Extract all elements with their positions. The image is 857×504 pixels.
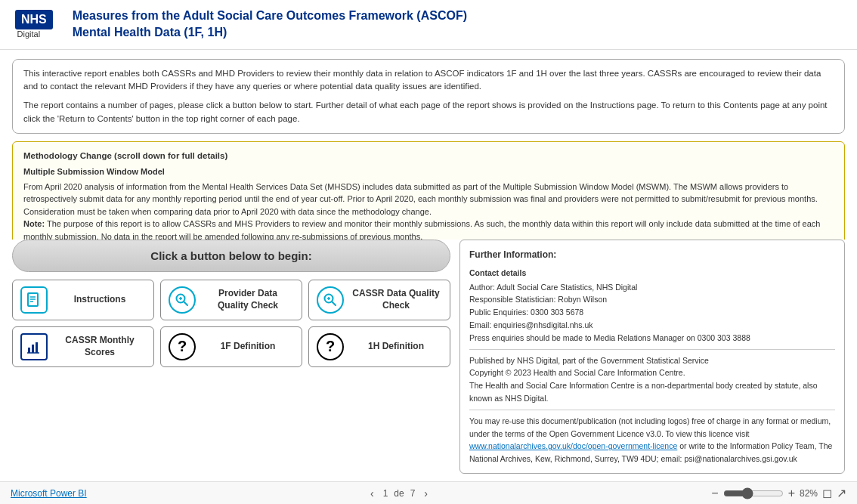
pagination-separator: de — [394, 488, 404, 499]
methodology-paragraph: From April 2020 analysis of information … — [23, 181, 834, 218]
cassr-dq-icon-wrapper — [317, 286, 344, 314]
nav-buttons-grid: Instructions Pro — [12, 280, 450, 367]
cassr-dq-label: CASSR Data Quality Check — [350, 288, 442, 311]
further-info-licence-url[interactable]: www.nationalarchives.gov.uk/doc/open-gov… — [469, 441, 677, 450]
further-info-box: Further Information: Contact details Aut… — [459, 240, 845, 474]
nav-btn-1f-definition[interactable]: ? 1F Definition — [160, 326, 302, 367]
note-text: The purpose of this report is to allow C… — [23, 219, 820, 240]
lower-section: Click a button below to begin: — [0, 240, 857, 481]
further-info-body-note: The Health and Social Care Information C… — [469, 379, 835, 405]
zoom-slider[interactable] — [723, 487, 784, 499]
intro-box: This interactive report enables both CAS… — [12, 59, 845, 134]
zoom-level: 82% — [800, 488, 818, 499]
further-info-divider — [469, 349, 835, 350]
provider-dq-icon — [169, 286, 196, 314]
top-bar: NHS Digital Measures from the Adult Soci… — [0, 0, 857, 50]
nhs-digital-label: Digital — [17, 29, 41, 39]
nav-btn-provider-dq[interactable]: Provider Data Quality Check — [160, 280, 302, 320]
further-info-reuse: You may re-use this document/publication… — [469, 415, 835, 465]
further-info-contact-title: Contact details — [469, 267, 835, 280]
1f-definition-icon-wrapper: ? — [169, 333, 196, 360]
zoom-out-button[interactable]: − — [711, 487, 718, 500]
zoom-controls: − + 82% ◻ ↗ — [711, 486, 846, 500]
main-content: This interactive report enables both CAS… — [0, 50, 857, 481]
zoom-in-button[interactable]: + — [788, 487, 795, 500]
instructions-label: Instructions — [54, 294, 146, 306]
further-info-copyright: Copyright © 2023 Health and Social Care … — [469, 366, 835, 379]
pagination-prev[interactable]: ‹ — [367, 487, 377, 499]
1f-definition-icon: ? — [169, 333, 196, 360]
svg-line-5 — [184, 301, 188, 305]
external-link-icon[interactable]: ↗ — [837, 486, 846, 500]
fullscreen-icon[interactable]: ◻ — [822, 486, 832, 500]
pagination-total: 7 — [410, 488, 416, 499]
instructions-icon — [20, 286, 48, 314]
svg-rect-12 — [28, 348, 30, 353]
svg-line-9 — [333, 301, 336, 305]
methodology-subtitle: Multiple Submission Window Model — [23, 165, 834, 178]
nav-btn-1h-definition[interactable]: ? 1H Definition — [308, 326, 450, 367]
cassr-dq-icon — [317, 286, 344, 314]
nhs-logo: NHS — [15, 10, 53, 29]
page-title: Measures from the Adult Social Care Outc… — [73, 8, 467, 42]
cassr-monthly-icon-wrapper — [20, 333, 48, 360]
1f-definition-label: 1F Definition — [202, 341, 294, 353]
svg-rect-13 — [32, 345, 34, 353]
svg-rect-14 — [36, 342, 38, 353]
further-info-divider-2 — [469, 410, 835, 410]
provider-dq-label: Provider Data Quality Check — [202, 288, 294, 311]
cassr-monthly-label: CASSR Monthly Scores — [54, 335, 146, 358]
nav-btn-instructions[interactable]: Instructions — [12, 280, 154, 320]
cassr-monthly-icon — [20, 333, 48, 360]
methodology-box: Methodology Change (scroll down for full… — [12, 141, 845, 240]
1h-definition-label: 1H Definition — [350, 341, 442, 353]
further-info-published: Published by NHS Digital, part of the Go… — [469, 354, 835, 367]
content-scroll[interactable]: This interactive report enables both CAS… — [0, 50, 857, 240]
further-info-public-enquiries: Public Enquiries: 0300 303 5678 — [469, 306, 835, 319]
intro-paragraph-2: The report contains a number of pages, p… — [23, 99, 834, 125]
1h-definition-icon: ? — [317, 333, 344, 360]
bottom-bar: Microsoft Power BI ‹ 1 de 7 › − + 82% ◻ … — [0, 481, 857, 504]
note-bold-label: Note: — [23, 219, 45, 228]
pagination-next[interactable]: › — [421, 487, 431, 499]
nav-btn-cassr-dq[interactable]: CASSR Data Quality Check — [308, 280, 450, 320]
cta-button[interactable]: Click a button below to begin: — [12, 240, 450, 272]
further-info-press: Press enquiries should be made to Media … — [469, 332, 835, 345]
1h-definition-icon-wrapper: ? — [317, 333, 344, 360]
methodology-title: Methodology Change (scroll down for full… — [23, 150, 834, 162]
instructions-icon-wrapper — [20, 286, 48, 314]
provider-dq-icon-wrapper — [169, 286, 196, 314]
methodology-note: Note: The purpose of this report is to a… — [23, 218, 834, 240]
further-info-statistician: Responsible Statistician: Robyn Wilson — [469, 293, 835, 306]
nav-btn-cassr-monthly[interactable]: CASSR Monthly Scores — [12, 326, 154, 367]
further-info-email: Email: enquiries@nhsdigital.nhs.uk — [469, 319, 835, 332]
buttons-section: Click a button below to begin: — [12, 240, 450, 474]
pagination-controls: ‹ 1 de 7 › — [367, 487, 431, 499]
further-info-title: Further Information: — [469, 248, 835, 262]
intro-paragraph-1: This interactive report enables both CAS… — [23, 67, 834, 94]
further-info-author: Author: Adult Social Care Statistics, NH… — [469, 281, 835, 294]
pagination-current: 1 — [383, 488, 388, 499]
powerbi-link[interactable]: Microsoft Power BI — [11, 488, 87, 499]
